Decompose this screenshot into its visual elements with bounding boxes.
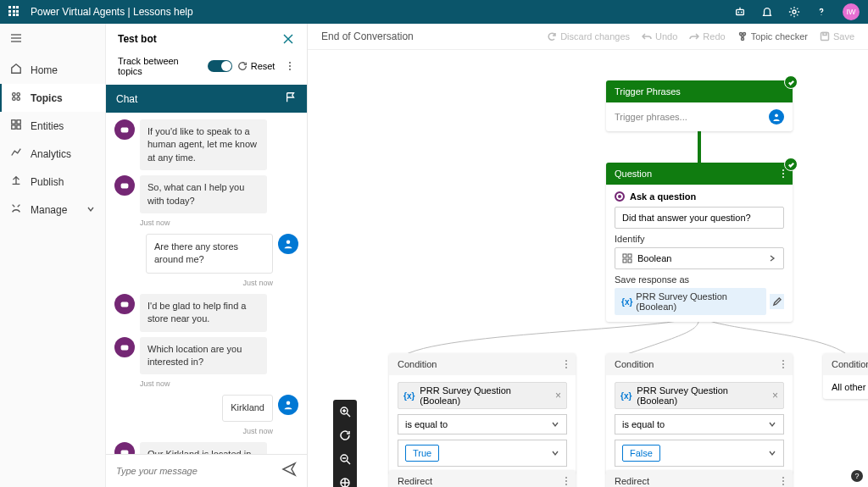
- chat-more-icon[interactable]: [285, 62, 295, 70]
- chat-input[interactable]: [116, 466, 281, 476]
- svg-point-32: [122, 346, 124, 348]
- action-label: Discard changes: [560, 31, 630, 42]
- nav-analytics[interactable]: Analytics: [0, 140, 105, 168]
- redirect-node-1[interactable]: Redirect Confirmed Success: [389, 470, 576, 487]
- bot-avatar-icon: [114, 294, 135, 314]
- svg-point-36: [122, 451, 124, 453]
- nav-manage[interactable]: Manage: [0, 196, 105, 224]
- value-select[interactable]: False: [615, 440, 784, 467]
- close-chat-icon[interactable]: [281, 32, 295, 46]
- redo-button[interactable]: Redo: [689, 31, 725, 42]
- nav-publish[interactable]: Publish: [0, 168, 105, 196]
- svg-rect-17: [12, 125, 15, 129]
- ask-label: Ask a question: [630, 191, 696, 202]
- nav-label: Analytics: [31, 148, 71, 160]
- user-avatar[interactable]: IW: [843, 3, 860, 20]
- svg-point-10: [17, 93, 20, 97]
- variable-chip[interactable]: {x}PRR Survey Question (Boolean)×: [398, 382, 567, 409]
- chip-label: PRR Survey Question (Boolean): [420, 385, 550, 406]
- help-icon[interactable]: [815, 6, 827, 18]
- bot-icon[interactable]: [734, 6, 746, 18]
- minimap-icon[interactable]: [333, 471, 357, 487]
- nav-entities[interactable]: Entities: [0, 112, 105, 140]
- trigger-node[interactable]: Trigger Phrases Trigger phrases...: [606, 80, 793, 131]
- user-message: Are there any stores around me?: [146, 234, 273, 274]
- app-launcher-icon[interactable]: [8, 6, 20, 18]
- chat-panel-title: Test bot: [118, 33, 157, 45]
- svg-rect-16: [17, 120, 20, 124]
- redirect-node-2[interactable]: Redirect Confirmed Failure: [606, 470, 793, 487]
- zoom-reset-icon[interactable]: [333, 423, 357, 447]
- node-title: Redirect: [615, 476, 649, 486]
- identify-label: Identify: [615, 234, 784, 244]
- remove-chip-icon[interactable]: ×: [555, 390, 561, 401]
- variable-chip[interactable]: {x}PRR Survey Question (Boolean)×: [615, 382, 784, 409]
- remove-chip-icon[interactable]: ×: [772, 390, 778, 401]
- zoom-out-icon[interactable]: [333, 447, 357, 471]
- flag-icon[interactable]: [285, 91, 297, 106]
- node-menu-icon[interactable]: [565, 477, 567, 485]
- svg-line-63: [347, 461, 350, 464]
- node-title: Question: [615, 169, 652, 179]
- reset-button[interactable]: Reset: [237, 61, 275, 71]
- question-icon: [615, 191, 625, 202]
- value-label: True: [405, 445, 439, 462]
- operator-select[interactable]: is equal to: [615, 414, 784, 434]
- edit-variable-icon[interactable]: [770, 294, 784, 309]
- undo-button[interactable]: Undo: [642, 31, 677, 42]
- person-icon: [769, 109, 784, 125]
- value-label: False: [622, 445, 660, 462]
- operator-label: is equal to: [622, 419, 665, 429]
- discard-button[interactable]: Discard changes: [547, 31, 630, 42]
- variable-name: PRR Survey Question (Boolean): [636, 291, 760, 312]
- variable-pill[interactable]: {x}PRR Survey Question (Boolean): [615, 288, 766, 315]
- operator-label: is equal to: [405, 419, 448, 429]
- svg-point-37: [125, 451, 127, 453]
- nav-home[interactable]: Home: [0, 56, 105, 84]
- svg-rect-24: [121, 184, 129, 189]
- condition-node-3[interactable]: Condition All other: [823, 353, 868, 399]
- svg-point-5: [821, 14, 821, 15]
- reset-label: Reset: [251, 61, 275, 71]
- svg-point-25: [122, 185, 124, 187]
- topic-checker-button[interactable]: Topic checker: [737, 31, 808, 42]
- save-as-label: Save response as: [615, 274, 784, 285]
- chat-scroll[interactable]: If you'd like to speak to a human agent,…: [106, 113, 307, 454]
- node-menu-icon[interactable]: [782, 360, 784, 368]
- value-select[interactable]: True: [398, 440, 567, 467]
- user-avatar-icon: [278, 395, 298, 415]
- canvas-toolbar: {x}: [333, 400, 357, 487]
- trigger-placeholder: Trigger phrases...: [615, 112, 687, 122]
- identify-select[interactable]: Boolean: [615, 247, 784, 269]
- action-label: Undo: [655, 31, 677, 42]
- svg-point-1: [737, 12, 739, 14]
- condition-node-2[interactable]: Condition {x}PRR Survey Question (Boolea…: [606, 353, 793, 473]
- action-label: Topic checker: [751, 31, 808, 42]
- notification-icon[interactable]: [761, 6, 773, 18]
- svg-point-26: [125, 185, 127, 187]
- node-title: Condition: [398, 359, 437, 369]
- send-icon[interactable]: [281, 462, 297, 480]
- question-node[interactable]: Question Ask a question Did that answer …: [606, 163, 793, 322]
- svg-point-34: [287, 401, 291, 406]
- save-button[interactable]: Save: [820, 31, 854, 42]
- svg-point-22: [122, 130, 124, 131]
- node-title: Condition: [615, 359, 654, 369]
- operator-select[interactable]: is equal to: [398, 414, 567, 434]
- node-menu-icon[interactable]: [782, 477, 784, 485]
- node-menu-icon[interactable]: [565, 360, 567, 368]
- collapse-nav-icon[interactable]: [0, 24, 105, 56]
- zoom-in-icon[interactable]: [333, 400, 357, 423]
- track-topics-toggle[interactable]: [208, 60, 232, 72]
- svg-point-4: [793, 10, 796, 14]
- settings-icon[interactable]: [788, 6, 800, 18]
- question-text-input[interactable]: Did that answer your question?: [615, 207, 784, 229]
- chat-title: Chat: [116, 93, 137, 105]
- condition-node-1[interactable]: Condition {x}PRR Survey Question (Boolea…: [389, 353, 576, 473]
- timestamp: Just now: [140, 219, 273, 227]
- help-dot-icon[interactable]: ?: [851, 470, 863, 482]
- bot-message: If you'd like to speak to a human agent,…: [140, 119, 267, 170]
- node-menu-icon[interactable]: [782, 169, 784, 178]
- value-label: All other: [832, 382, 865, 392]
- nav-topics[interactable]: Topics: [0, 84, 105, 112]
